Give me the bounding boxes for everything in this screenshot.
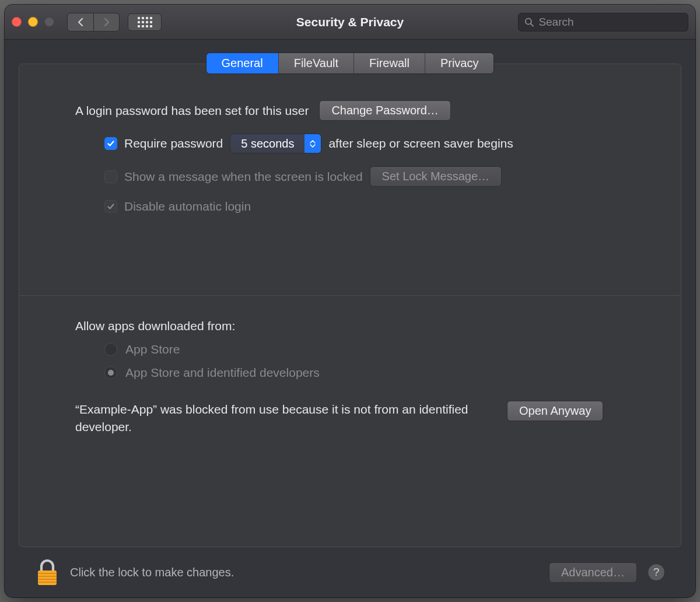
- tab-filevault[interactable]: FileVault: [278, 53, 354, 74]
- svg-rect-2: [38, 570, 57, 585]
- show-lock-message-checkbox: [104, 170, 117, 183]
- minimize-window-button[interactable]: [28, 17, 38, 27]
- radio-appstore: [104, 343, 117, 356]
- chevron-right-icon: [103, 18, 110, 27]
- disable-auto-login-label: Disable automatic login: [124, 200, 251, 214]
- search-icon: [524, 17, 534, 27]
- help-button[interactable]: ?: [648, 564, 665, 581]
- require-password-checkbox[interactable]: [104, 137, 117, 150]
- blocked-app-row: “Example-App” was blocked from use becau…: [75, 401, 625, 436]
- svg-rect-6: [38, 582, 57, 583]
- radio-appstore-label: App Store: [125, 342, 180, 356]
- show-lock-message-row: Show a message when the screen is locked…: [104, 166, 625, 187]
- set-lock-message-button: Set Lock Message…: [370, 166, 502, 187]
- svg-rect-4: [38, 576, 57, 577]
- tab-firewall[interactable]: Firewall: [354, 53, 425, 74]
- grid-icon: [138, 17, 152, 27]
- footer: Click the lock to make changes. Advanced…: [19, 547, 681, 597]
- login-password-row: A login password has been set for this u…: [75, 100, 625, 121]
- lock-hint-text: Click the lock to make changes.: [70, 566, 234, 579]
- radio-identified-label: App Store and identified developers: [125, 366, 320, 380]
- close-window-button[interactable]: [12, 17, 22, 27]
- preferences-window: Security & Privacy General FileVault Fir…: [5, 5, 695, 597]
- gatekeeper-section: Allow apps downloaded from: App Store Ap…: [75, 296, 625, 436]
- require-password-label: Require password: [124, 136, 223, 150]
- zoom-window-button[interactable]: [44, 17, 54, 27]
- chevron-left-icon: [77, 18, 84, 27]
- content-area: General FileVault Firewall Privacy A log…: [5, 40, 695, 597]
- tab-panel-general: A login password has been set for this u…: [19, 64, 681, 547]
- search-input[interactable]: [538, 16, 682, 29]
- lock-icon[interactable]: [35, 559, 60, 586]
- search-field[interactable]: [518, 13, 688, 32]
- require-password-suffix: after sleep or screen saver begins: [328, 136, 513, 150]
- show-all-button[interactable]: [128, 13, 162, 31]
- nav-buttons: [67, 13, 120, 32]
- require-password-delay-value: 5 seconds: [230, 137, 304, 150]
- tab-bar: General FileVault Firewall Privacy: [19, 52, 681, 74]
- checkmark-icon: [107, 202, 115, 211]
- svg-line-1: [531, 23, 533, 26]
- disable-auto-login-row: Disable automatic login: [104, 200, 625, 214]
- svg-rect-5: [38, 579, 57, 580]
- allow-apps-heading: Allow apps downloaded from:: [75, 319, 625, 333]
- popup-arrows-icon: [304, 134, 321, 153]
- back-button[interactable]: [68, 13, 93, 31]
- radio-identified-row: App Store and identified developers: [104, 366, 625, 380]
- advanced-button[interactable]: Advanced…: [549, 562, 637, 583]
- login-password-text: A login password has been set for this u…: [75, 104, 309, 118]
- radio-appstore-row: App Store: [104, 342, 625, 356]
- show-lock-message-label: Show a message when the screen is locked: [124, 170, 363, 184]
- blocked-app-message: “Example-App” was blocked from use becau…: [75, 401, 484, 436]
- traffic-lights: [12, 17, 54, 27]
- require-password-delay-popup[interactable]: 5 seconds: [230, 134, 321, 153]
- svg-rect-3: [38, 573, 57, 574]
- change-password-button[interactable]: Change Password…: [319, 100, 450, 121]
- forward-button[interactable]: [93, 13, 119, 31]
- titlebar: Security & Privacy: [5, 5, 695, 40]
- radio-identified-developers: [104, 366, 117, 379]
- question-mark-icon: ?: [653, 566, 660, 579]
- checkmark-icon: [107, 139, 115, 148]
- tab-general[interactable]: General: [206, 53, 278, 74]
- tab-privacy[interactable]: Privacy: [425, 53, 494, 74]
- open-anyway-button[interactable]: Open Anyway: [507, 401, 603, 421]
- require-password-row: Require password 5 seconds after sleep o…: [104, 134, 625, 153]
- disable-auto-login-checkbox: [104, 200, 117, 213]
